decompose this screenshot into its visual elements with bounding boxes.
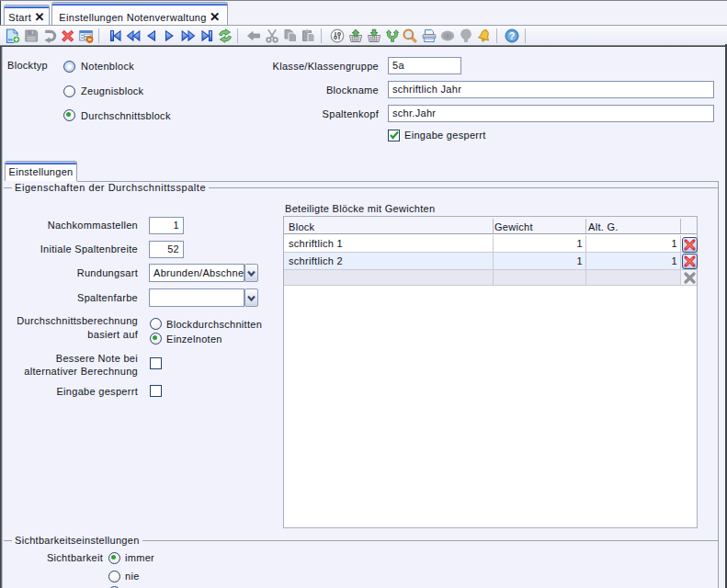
svg-text:?: ? [509, 30, 516, 41]
